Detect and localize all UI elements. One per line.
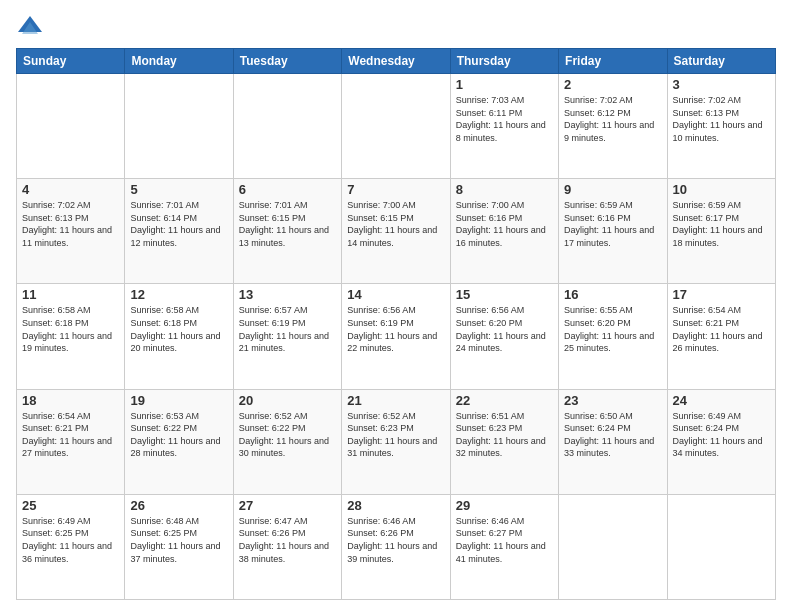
calendar-cell: 15Sunrise: 6:56 AM Sunset: 6:20 PM Dayli… [450,284,558,389]
day-info: Sunrise: 6:47 AM Sunset: 6:26 PM Dayligh… [239,515,336,565]
day-info: Sunrise: 6:52 AM Sunset: 6:22 PM Dayligh… [239,410,336,460]
calendar-cell: 14Sunrise: 6:56 AM Sunset: 6:19 PM Dayli… [342,284,450,389]
day-info: Sunrise: 6:46 AM Sunset: 6:26 PM Dayligh… [347,515,444,565]
calendar-cell: 19Sunrise: 6:53 AM Sunset: 6:22 PM Dayli… [125,389,233,494]
day-info: Sunrise: 7:02 AM Sunset: 6:13 PM Dayligh… [673,94,770,144]
day-info: Sunrise: 6:54 AM Sunset: 6:21 PM Dayligh… [22,410,119,460]
day-number: 18 [22,393,119,408]
day-number: 25 [22,498,119,513]
calendar-cell: 16Sunrise: 6:55 AM Sunset: 6:20 PM Dayli… [559,284,667,389]
day-info: Sunrise: 7:02 AM Sunset: 6:13 PM Dayligh… [22,199,119,249]
day-number: 20 [239,393,336,408]
calendar-table: SundayMondayTuesdayWednesdayThursdayFrid… [16,48,776,600]
day-number: 7 [347,182,444,197]
calendar-cell: 22Sunrise: 6:51 AM Sunset: 6:23 PM Dayli… [450,389,558,494]
calendar-cell: 8Sunrise: 7:00 AM Sunset: 6:16 PM Daylig… [450,179,558,284]
day-info: Sunrise: 6:54 AM Sunset: 6:21 PM Dayligh… [673,304,770,354]
day-number: 5 [130,182,227,197]
day-number: 1 [456,77,553,92]
calendar-cell: 23Sunrise: 6:50 AM Sunset: 6:24 PM Dayli… [559,389,667,494]
calendar-cell: 11Sunrise: 6:58 AM Sunset: 6:18 PM Dayli… [17,284,125,389]
header [16,12,776,40]
day-number: 15 [456,287,553,302]
day-number: 22 [456,393,553,408]
day-number: 3 [673,77,770,92]
day-number: 17 [673,287,770,302]
day-info: Sunrise: 6:49 AM Sunset: 6:24 PM Dayligh… [673,410,770,460]
day-info: Sunrise: 6:52 AM Sunset: 6:23 PM Dayligh… [347,410,444,460]
calendar-cell: 25Sunrise: 6:49 AM Sunset: 6:25 PM Dayli… [17,494,125,599]
day-info: Sunrise: 7:03 AM Sunset: 6:11 PM Dayligh… [456,94,553,144]
day-number: 12 [130,287,227,302]
header-row: SundayMondayTuesdayWednesdayThursdayFrid… [17,49,776,74]
header-day-saturday: Saturday [667,49,775,74]
calendar-cell [125,74,233,179]
day-info: Sunrise: 6:55 AM Sunset: 6:20 PM Dayligh… [564,304,661,354]
logo-icon [16,12,44,40]
day-info: Sunrise: 6:48 AM Sunset: 6:25 PM Dayligh… [130,515,227,565]
day-info: Sunrise: 7:00 AM Sunset: 6:16 PM Dayligh… [456,199,553,249]
calendar-cell: 18Sunrise: 6:54 AM Sunset: 6:21 PM Dayli… [17,389,125,494]
day-number: 14 [347,287,444,302]
calendar-cell [342,74,450,179]
day-info: Sunrise: 6:51 AM Sunset: 6:23 PM Dayligh… [456,410,553,460]
day-info: Sunrise: 6:49 AM Sunset: 6:25 PM Dayligh… [22,515,119,565]
day-number: 8 [456,182,553,197]
day-number: 21 [347,393,444,408]
day-info: Sunrise: 7:02 AM Sunset: 6:12 PM Dayligh… [564,94,661,144]
day-number: 16 [564,287,661,302]
logo [16,12,48,40]
header-day-monday: Monday [125,49,233,74]
day-number: 19 [130,393,227,408]
day-number: 27 [239,498,336,513]
calendar-cell: 7Sunrise: 7:00 AM Sunset: 6:15 PM Daylig… [342,179,450,284]
week-row-3: 18Sunrise: 6:54 AM Sunset: 6:21 PM Dayli… [17,389,776,494]
day-info: Sunrise: 6:58 AM Sunset: 6:18 PM Dayligh… [130,304,227,354]
day-number: 13 [239,287,336,302]
day-number: 4 [22,182,119,197]
week-row-0: 1Sunrise: 7:03 AM Sunset: 6:11 PM Daylig… [17,74,776,179]
calendar-cell: 13Sunrise: 6:57 AM Sunset: 6:19 PM Dayli… [233,284,341,389]
day-number: 28 [347,498,444,513]
calendar-cell: 28Sunrise: 6:46 AM Sunset: 6:26 PM Dayli… [342,494,450,599]
header-day-sunday: Sunday [17,49,125,74]
calendar-cell [559,494,667,599]
calendar-cell: 6Sunrise: 7:01 AM Sunset: 6:15 PM Daylig… [233,179,341,284]
week-row-4: 25Sunrise: 6:49 AM Sunset: 6:25 PM Dayli… [17,494,776,599]
header-day-wednesday: Wednesday [342,49,450,74]
calendar-cell: 2Sunrise: 7:02 AM Sunset: 6:12 PM Daylig… [559,74,667,179]
calendar-cell [233,74,341,179]
calendar-cell: 29Sunrise: 6:46 AM Sunset: 6:27 PM Dayli… [450,494,558,599]
week-row-1: 4Sunrise: 7:02 AM Sunset: 6:13 PM Daylig… [17,179,776,284]
day-info: Sunrise: 7:01 AM Sunset: 6:15 PM Dayligh… [239,199,336,249]
calendar-cell: 1Sunrise: 7:03 AM Sunset: 6:11 PM Daylig… [450,74,558,179]
calendar-cell: 27Sunrise: 6:47 AM Sunset: 6:26 PM Dayli… [233,494,341,599]
day-info: Sunrise: 6:53 AM Sunset: 6:22 PM Dayligh… [130,410,227,460]
header-day-thursday: Thursday [450,49,558,74]
day-number: 29 [456,498,553,513]
calendar-cell: 20Sunrise: 6:52 AM Sunset: 6:22 PM Dayli… [233,389,341,494]
calendar-cell: 12Sunrise: 6:58 AM Sunset: 6:18 PM Dayli… [125,284,233,389]
day-number: 10 [673,182,770,197]
calendar-cell: 17Sunrise: 6:54 AM Sunset: 6:21 PM Dayli… [667,284,775,389]
day-info: Sunrise: 6:56 AM Sunset: 6:19 PM Dayligh… [347,304,444,354]
calendar-cell: 24Sunrise: 6:49 AM Sunset: 6:24 PM Dayli… [667,389,775,494]
calendar-page: SundayMondayTuesdayWednesdayThursdayFrid… [0,0,792,612]
day-info: Sunrise: 6:50 AM Sunset: 6:24 PM Dayligh… [564,410,661,460]
day-info: Sunrise: 6:57 AM Sunset: 6:19 PM Dayligh… [239,304,336,354]
day-number: 11 [22,287,119,302]
calendar-cell: 3Sunrise: 7:02 AM Sunset: 6:13 PM Daylig… [667,74,775,179]
calendar-cell [667,494,775,599]
week-row-2: 11Sunrise: 6:58 AM Sunset: 6:18 PM Dayli… [17,284,776,389]
calendar-cell: 5Sunrise: 7:01 AM Sunset: 6:14 PM Daylig… [125,179,233,284]
header-day-friday: Friday [559,49,667,74]
calendar-cell: 4Sunrise: 7:02 AM Sunset: 6:13 PM Daylig… [17,179,125,284]
day-number: 6 [239,182,336,197]
day-number: 26 [130,498,227,513]
day-number: 24 [673,393,770,408]
day-info: Sunrise: 6:59 AM Sunset: 6:17 PM Dayligh… [673,199,770,249]
day-info: Sunrise: 7:01 AM Sunset: 6:14 PM Dayligh… [130,199,227,249]
calendar-cell [17,74,125,179]
day-info: Sunrise: 6:58 AM Sunset: 6:18 PM Dayligh… [22,304,119,354]
header-day-tuesday: Tuesday [233,49,341,74]
